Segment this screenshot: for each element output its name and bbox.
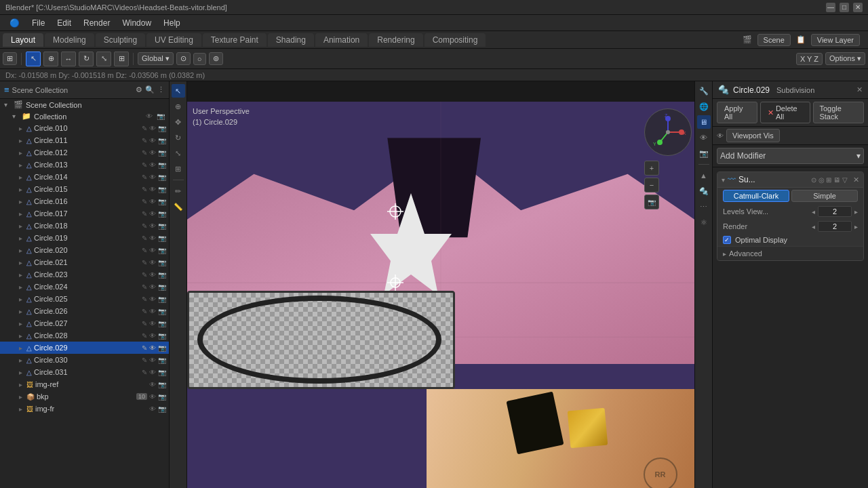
vis-icon[interactable]: 👁 bbox=[149, 308, 156, 315]
outliner-item-bkp[interactable]: ▸ 📦 bkp 10 👁 📷 bbox=[0, 390, 169, 403]
render-dec[interactable]: ◂ bbox=[812, 223, 815, 230]
collection-cam-icon[interactable]: 📷 bbox=[157, 113, 165, 120]
scene-collection-group[interactable]: ▾ 🎬 Scene Collection bbox=[0, 99, 169, 110]
vis-icon[interactable]: 👁 bbox=[149, 210, 156, 218]
vis-icon[interactable]: 👁 bbox=[149, 283, 156, 291]
toggle-stack-button[interactable]: Toggle Stack bbox=[813, 102, 864, 123]
edit-icon[interactable]: ✎ bbox=[142, 222, 147, 230]
mod-icon-3[interactable]: ⊞ bbox=[826, 176, 831, 184]
add-modifier-button[interactable]: Add Modifier bbox=[717, 148, 864, 164]
vis-icon[interactable]: 👁 bbox=[149, 344, 156, 352]
search-icon[interactable]: 🔍 bbox=[145, 85, 155, 94]
camera-icon[interactable]: 📷 bbox=[644, 195, 659, 209]
outliner-item-circle028[interactable]: ▸ △ Circle.028 ✎ 👁 📷 bbox=[0, 329, 169, 342]
transform-tool-icon[interactable]: ⊞ bbox=[172, 162, 185, 176]
tab-modeling[interactable]: Modeling bbox=[45, 33, 94, 47]
menu-file[interactable]: File bbox=[26, 17, 50, 29]
vis-icon[interactable]: 👁 bbox=[149, 259, 156, 266]
scale-tool-icon[interactable]: ⤡ bbox=[172, 146, 185, 160]
edit-icon[interactable]: ✎ bbox=[142, 296, 147, 303]
transform-btn[interactable]: ⊞ bbox=[114, 52, 129, 66]
mode-selector[interactable]: ⊞ bbox=[3, 52, 17, 65]
vis-icon[interactable]: 👁 bbox=[149, 357, 156, 364]
global-selector[interactable]: Global ▾ bbox=[138, 52, 174, 65]
edit-icon[interactable]: ✎ bbox=[142, 198, 147, 205]
cursor-tool-icon[interactable]: ⊕ bbox=[172, 100, 185, 113]
cam-icon[interactable]: 📷 bbox=[158, 320, 166, 327]
outliner-item-circle026[interactable]: ▸ △ Circle.026 ✎ 👁 📷 bbox=[0, 305, 169, 317]
render-inc[interactable]: ▸ bbox=[854, 223, 858, 230]
restrict-render-icon[interactable]: 📷 bbox=[158, 125, 166, 132]
edit-icon[interactable]: ✎ bbox=[142, 271, 147, 279]
annotate-icon[interactable]: ✏ bbox=[172, 184, 185, 198]
tab-shading[interactable]: Shading bbox=[268, 33, 314, 47]
outliner-item-circle010[interactable]: ▸ △ Circle.010 ✎ 👁 📷 bbox=[0, 122, 169, 134]
collection-group[interactable]: ▾ 📁 Collection 👁 📷 bbox=[0, 110, 169, 122]
mod-icon-2[interactable]: ◎ bbox=[818, 176, 825, 184]
vis-icon[interactable]: 👁 bbox=[149, 393, 156, 401]
menu-render[interactable]: Render bbox=[78, 17, 115, 29]
rotate-tool-icon[interactable]: ↻ bbox=[172, 131, 185, 144]
cam-icon[interactable]: 📷 bbox=[158, 235, 166, 242]
cam-icon[interactable]: 📷 bbox=[158, 344, 166, 352]
prop-edit-btn[interactable]: ○ bbox=[193, 53, 206, 65]
tab-sculpting[interactable]: Sculpting bbox=[96, 33, 145, 47]
outliner-item-circle013[interactable]: ▸ △ Circle.013 ✎ 👁 📷 bbox=[0, 159, 169, 171]
filter-icon[interactable]: ⚙ bbox=[136, 85, 142, 94]
simple-btn[interactable]: Simple bbox=[791, 190, 858, 202]
mod-icon-5[interactable]: ▽ bbox=[842, 176, 848, 184]
edit-icon[interactable]: ✎ bbox=[142, 174, 147, 181]
edit-icon[interactable]: ✎ bbox=[142, 210, 147, 218]
menu-help[interactable]: Help bbox=[158, 17, 186, 29]
render-icon[interactable]: 📷 bbox=[697, 146, 711, 160]
zoom-out-icon[interactable]: − bbox=[644, 178, 659, 192]
options-btn[interactable]: Options ▾ bbox=[825, 52, 865, 65]
edit-icon[interactable]: ✎ bbox=[142, 161, 147, 169]
edit-icon[interactable]: ✎ bbox=[142, 357, 147, 364]
output-icon[interactable]: 🖥 bbox=[697, 115, 711, 129]
vis-icon[interactable]: 👁 bbox=[149, 332, 156, 340]
cam-icon[interactable]: 📷 bbox=[158, 405, 166, 413]
cam-icon[interactable]: 📷 bbox=[158, 308, 166, 315]
overlay-btn[interactable]: ⊚ bbox=[209, 52, 223, 65]
menu-window[interactable]: Window bbox=[117, 17, 157, 29]
mod-icon-1[interactable]: ⊙ bbox=[811, 176, 816, 184]
cam-icon[interactable]: 📷 bbox=[158, 271, 166, 279]
rotate-btn[interactable]: ↻ bbox=[79, 52, 94, 66]
edit-icon[interactable]: ✎ bbox=[142, 149, 147, 157]
outliner-item-imgfr[interactable]: ▸ 🖼 img-fr 👁 📷 bbox=[0, 403, 169, 415]
3d-viewport[interactable]: RR RRCG User Perspective (1) Circle.029 bbox=[187, 81, 694, 488]
tab-rendering[interactable]: Rendering bbox=[369, 33, 422, 47]
cam-icon[interactable]: 📷 bbox=[158, 186, 166, 193]
edit-icon[interactable]: ✎ bbox=[142, 332, 147, 340]
vis-icon[interactable]: 👁 bbox=[149, 247, 156, 254]
cam-icon[interactable]: 📷 bbox=[158, 222, 166, 230]
edit-icon[interactable]: ✎ bbox=[142, 235, 147, 242]
view-icon[interactable]: 👁 bbox=[697, 131, 711, 144]
cam-icon[interactable]: 📷 bbox=[158, 369, 166, 376]
outliner-item-circle023[interactable]: ▸ △ Circle.023 ✎ 👁 📷 bbox=[0, 268, 169, 281]
edit-icon[interactable]: ✎ bbox=[142, 259, 147, 266]
outliner-item-circle025[interactable]: ▸ △ Circle.025 ✎ 👁 📷 bbox=[0, 293, 169, 305]
view-layer-selector[interactable]: View Layer bbox=[811, 34, 860, 46]
outliner-item-circle014[interactable]: ▸ △ Circle.014 ✎ 👁 📷 bbox=[0, 171, 169, 183]
edit-icon[interactable]: ✎ bbox=[142, 320, 147, 327]
vis-icon[interactable]: 👁 bbox=[149, 186, 156, 193]
snap-btn[interactable]: ⊙ bbox=[176, 52, 191, 65]
xyz-btn[interactable]: X Y Z bbox=[796, 53, 823, 65]
viewport-vis-button[interactable]: Viewport Vis bbox=[726, 129, 780, 142]
outliner-item-circle021[interactable]: ▸ △ Circle.021 ✎ 👁 📷 bbox=[0, 256, 169, 268]
minimize-button[interactable]: — bbox=[826, 3, 835, 12]
tab-compositing[interactable]: Compositing bbox=[425, 33, 486, 47]
edit-icon[interactable]: ✎ bbox=[142, 125, 147, 132]
vis-icon[interactable]: 👁 bbox=[149, 320, 156, 327]
modifier-expand-icon[interactable]: ▾ bbox=[722, 176, 725, 184]
vis-icon[interactable]: 👁 bbox=[149, 161, 156, 169]
cam-icon[interactable]: 📷 bbox=[158, 259, 166, 266]
vis-icon[interactable]: 👁 bbox=[149, 174, 156, 181]
edit-icon[interactable]: ✎ bbox=[142, 137, 147, 144]
outliner-item-circle020[interactable]: ▸ △ Circle.020 ✎ 👁 📷 bbox=[0, 244, 169, 256]
measure-icon[interactable]: 📏 bbox=[172, 200, 185, 214]
cam-icon[interactable]: 📷 bbox=[158, 296, 166, 303]
cam-icon[interactable]: 📷 bbox=[158, 247, 166, 254]
